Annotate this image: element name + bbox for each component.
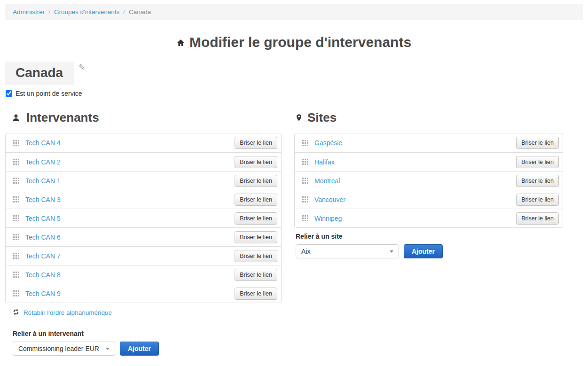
site-link[interactable]: Vancouver (314, 196, 516, 203)
sites-heading-text: Sites (307, 110, 337, 125)
page-title-text: Modifier le groupe d'intervenants (189, 34, 411, 50)
site-link[interactable]: Halifax (314, 158, 516, 166)
unlink-button[interactable]: Briser le lien (235, 269, 277, 281)
site-row: Winnipeg Briser le lien (295, 209, 563, 227)
drag-handle-icon[interactable] (13, 178, 19, 184)
unlink-button[interactable]: Briser le lien (516, 194, 559, 206)
intervenant-link[interactable]: Tech CAN 1 (25, 177, 235, 185)
group-name-text: Canada (16, 65, 63, 80)
drag-handle-icon[interactable] (13, 234, 19, 240)
drag-handle-icon[interactable] (302, 196, 308, 202)
site-row: Gaspésie Briser le lien (295, 133, 563, 152)
breadcrumb-link-groupes[interactable]: Groupes d'intervenants (54, 8, 119, 16)
site-link[interactable]: Winnipeg (314, 215, 516, 222)
drag-handle-icon[interactable] (302, 159, 308, 165)
unlink-button[interactable]: Briser le lien (235, 194, 277, 206)
intervenants-heading-text: Intervenants (26, 110, 99, 125)
intervenant-row: Tech CAN 1 Briser le lien (6, 171, 281, 190)
drag-handle-icon[interactable] (302, 140, 308, 146)
drag-handle-icon[interactable] (302, 178, 308, 184)
drag-handle-icon[interactable] (13, 272, 19, 278)
drag-handle-icon[interactable] (302, 215, 308, 221)
intervenant-link[interactable]: Tech CAN 2 (25, 158, 235, 166)
unlink-button[interactable]: Briser le lien (516, 175, 559, 187)
link-intervenant-form: Relier à un intervenant Commissioning le… (13, 330, 282, 356)
refresh-icon (13, 309, 19, 317)
intervenants-section: Intervenants Tech CAN 4 Briser le lien (5, 110, 282, 356)
location-pin-icon (296, 110, 302, 125)
intervenant-row: Tech CAN 2 Briser le lien (6, 152, 281, 171)
caret-down-icon (390, 250, 393, 253)
breadcrumb-link-administrer[interactable]: Administrer (13, 8, 45, 16)
unlink-button[interactable]: Briser le lien (516, 212, 559, 225)
unlink-button[interactable]: Briser le lien (235, 212, 277, 225)
intervenant-row: Tech CAN 8 Briser le lien (6, 265, 281, 284)
sites-section: Sites Gaspésie Briser le lien (294, 110, 563, 258)
intervenant-row: Tech CAN 4 Briser le lien (6, 133, 281, 152)
intervenant-row: Tech CAN 9 Briser le lien (6, 284, 281, 303)
site-link[interactable]: Montreal (314, 177, 516, 185)
link-intervenant-label: Relier à un intervenant (13, 330, 282, 337)
reorder-link-text: Rétablir l'ordre alphanumérique (24, 309, 112, 316)
caret-down-icon (106, 348, 110, 350)
drag-handle-icon[interactable] (13, 253, 19, 259)
intervenant-row: Tech CAN 6 Briser le lien (6, 227, 281, 246)
site-row: Vancouver Briser le lien (295, 190, 563, 209)
unlink-button[interactable]: Briser le lien (516, 137, 559, 149)
intervenant-link[interactable]: Tech CAN 5 (25, 215, 235, 222)
page-title: Modifier le groupe d'intervenants (5, 34, 583, 50)
edit-pencil-icon[interactable]: ✎ (78, 63, 85, 71)
intervenant-row: Tech CAN 7 Briser le lien (6, 246, 281, 265)
service-point-label: Est un point de service (16, 90, 82, 97)
link-site-label: Relier à un site (296, 233, 563, 240)
intervenant-link[interactable]: Tech CAN 6 (25, 234, 235, 241)
sites-heading: Sites (294, 110, 563, 125)
group-name: Canada (5, 62, 74, 85)
intervenant-select[interactable]: Commissioning leader EUR (13, 342, 115, 356)
drag-handle-icon[interactable] (13, 290, 19, 296)
intervenants-list: Tech CAN 4 Briser le lien Tech CAN 2 Bri… (5, 133, 282, 303)
site-row: Montreal Briser le lien (295, 171, 563, 190)
unlink-button[interactable]: Briser le lien (235, 137, 277, 149)
add-site-button[interactable]: Ajouter (404, 244, 443, 258)
site-row: Halifax Briser le lien (295, 152, 563, 171)
intervenant-row: Tech CAN 5 Briser le lien (6, 209, 281, 227)
site-link[interactable]: Gaspésie (314, 139, 516, 147)
drag-handle-icon[interactable] (13, 159, 19, 165)
unlink-button[interactable]: Briser le lien (235, 288, 277, 300)
service-point-row: Est un point de service (6, 90, 583, 97)
service-point-checkbox[interactable] (6, 90, 12, 97)
unlink-button[interactable]: Briser le lien (235, 250, 277, 262)
page-container: Administrer/Groupes d'intervenants/Canad… (0, 0, 588, 356)
group-name-row: Canada ✎ (5, 62, 583, 85)
intervenant-link[interactable]: Tech CAN 9 (25, 290, 235, 297)
breadcrumb-current: Canada (129, 8, 151, 16)
intervenants-heading: Intervenants (5, 110, 282, 125)
intervenant-link[interactable]: Tech CAN 3 (25, 196, 235, 203)
unlink-button[interactable]: Briser le lien (235, 231, 277, 243)
intervenant-select-value: Commissioning leader EUR (18, 345, 99, 352)
intervenant-link[interactable]: Tech CAN 4 (25, 139, 235, 147)
unlink-button[interactable]: Briser le lien (235, 175, 277, 187)
unlink-button[interactable]: Briser le lien (235, 156, 277, 168)
user-icon (12, 110, 20, 125)
link-site-form: Relier à un site Aix Ajouter (296, 233, 563, 258)
unlink-button[interactable]: Briser le lien (516, 156, 559, 168)
sites-list: Gaspésie Briser le lien Halifax Briser l… (294, 133, 563, 228)
drag-handle-icon[interactable] (13, 196, 19, 202)
breadcrumb-separator: / (48, 8, 50, 16)
drag-handle-icon[interactable] (13, 215, 19, 221)
site-select[interactable]: Aix (296, 244, 399, 258)
content-columns: Intervenants Tech CAN 4 Briser le lien (5, 110, 583, 356)
site-select-value: Aix (301, 248, 310, 255)
intervenant-row: Tech CAN 3 Briser le lien (6, 190, 281, 209)
breadcrumb: Administrer/Groupes d'intervenants/Canad… (5, 4, 583, 20)
intervenant-link[interactable]: Tech CAN 8 (25, 271, 235, 279)
intervenant-link[interactable]: Tech CAN 7 (25, 252, 235, 260)
home-icon (177, 34, 185, 50)
reorder-alphabetical-link[interactable]: Rétablir l'ordre alphanumérique (13, 309, 112, 317)
breadcrumb-separator: / (123, 8, 125, 16)
add-intervenant-button[interactable]: Ajouter (120, 342, 159, 356)
drag-handle-icon[interactable] (13, 140, 19, 146)
